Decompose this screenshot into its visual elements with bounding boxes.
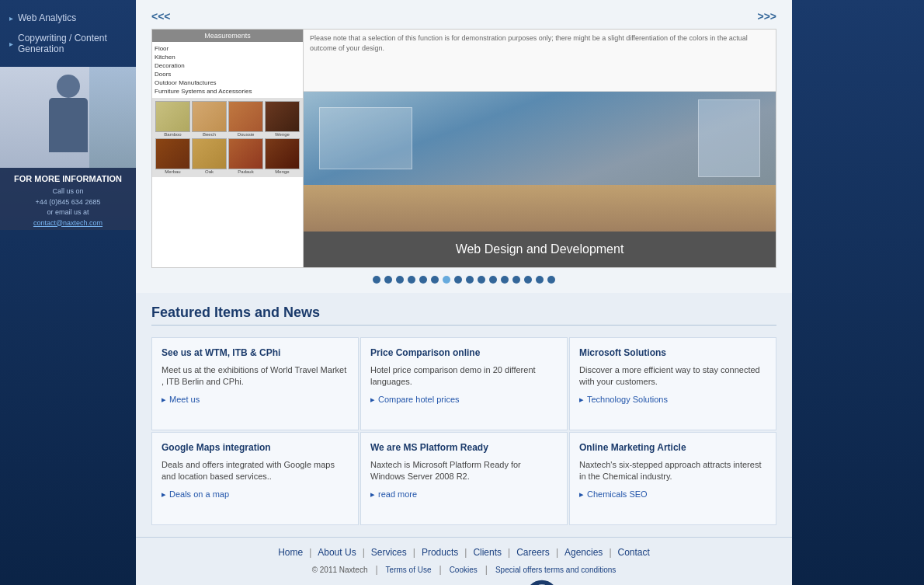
deals-on-map-link[interactable]: Deals on a map: [162, 489, 349, 500]
floor-sample-bamboo[interactable]: Bamboo: [155, 101, 190, 137]
carousel-dot-2[interactable]: [396, 276, 404, 284]
carousel-dot-15[interactable]: [547, 276, 555, 284]
carousel-prev-button[interactable]: <<<: [151, 10, 171, 23]
card-heading: See us at WTM, ITB & CPhi: [162, 347, 349, 358]
carousel-dot-9[interactable]: [478, 276, 485, 284]
carousel-dots: [136, 268, 792, 293]
footer-home-link[interactable]: Home: [272, 547, 309, 558]
revain-branding: Revain: [136, 575, 792, 585]
carousel-dot-11[interactable]: [501, 276, 509, 284]
carousel-dot-10[interactable]: [489, 276, 497, 284]
footer-services-link[interactable]: Services: [365, 547, 413, 558]
list-item: Floor: [155, 44, 300, 53]
footer-agencies-link[interactable]: Agencies: [558, 547, 609, 558]
card-heading: Price Comparison online: [370, 347, 558, 358]
info-box-title: FOR MORE INFORMATION: [6, 174, 130, 183]
read-more-link[interactable]: read more: [370, 489, 558, 500]
footer-products-link[interactable]: Products: [415, 547, 464, 558]
carousel-dot-0[interactable]: [373, 276, 380, 284]
card-body: Deals and offers integrated with Google …: [162, 459, 349, 483]
footer-clients-link[interactable]: Clients: [467, 547, 508, 558]
footer-careers-link[interactable]: Careers: [510, 547, 556, 558]
carousel-nav: <<< >>>: [136, 4, 792, 29]
carousel-next-button[interactable]: >>>: [757, 10, 776, 23]
card-body: Hotel price comparison demo in 20 differ…: [370, 364, 558, 388]
compare-hotel-prices-link[interactable]: Compare hotel prices: [370, 395, 558, 405]
sidebar-info-image: FOR MORE INFORMATION Call us on +44 (0)8…: [0, 67, 136, 230]
floor-sample-doussie[interactable]: Doussie: [228, 101, 263, 137]
carousel-dot-7[interactable]: [454, 276, 462, 284]
floor-sample-wenge[interactable]: Wenge: [265, 101, 300, 137]
right-panel: [792, 0, 924, 585]
carousel-dot-14[interactable]: [536, 276, 544, 284]
card-heading: Google Maps integration: [162, 442, 349, 453]
featured-card-ms-platform: We are MS Platform Ready Naxtech is Micr…: [360, 432, 568, 525]
featured-section: Featured Items and News See us at WTM, I…: [136, 293, 792, 537]
room-interior-image: Web Design and Development: [304, 92, 776, 267]
floor-sample-oak[interactable]: Oak: [192, 138, 227, 174]
info-box-call-label: Call us on: [6, 186, 130, 197]
carousel-dot-12[interactable]: [512, 276, 520, 284]
featured-card-marketing: Online Marketing Article Naxtech's six-s…: [569, 432, 776, 525]
floor-sample-menge[interactable]: Menge: [265, 138, 300, 174]
featured-card-price: Price Comparison online Hotel price comp…: [360, 337, 568, 430]
info-box-email-link[interactable]: contact@naxtech.com: [33, 219, 102, 227]
list-item: Doors: [155, 70, 300, 78]
sidebar-item-copywriting[interactable]: Copywriting / Content Generation: [0, 28, 136, 59]
carousel-dot-13[interactable]: [524, 276, 532, 284]
carousel-slide-title: Web Design and Development: [304, 232, 776, 267]
featured-title: Featured Items and News: [151, 305, 776, 326]
featured-card-microsoft: Microsoft Solutions Discover a more effi…: [569, 337, 776, 430]
svg-point-0: [528, 583, 557, 585]
revain-icon: [524, 579, 567, 585]
samples-list: Floor Kitchen Decoration Doors Outdoor M…: [152, 42, 303, 98]
carousel-dot-3[interactable]: [408, 276, 415, 284]
sidebar-menu: Web Analytics Copywriting / Content Gene…: [0, 8, 136, 59]
carousel-section: <<< >>> Measurements Floor Kitchen Decor…: [136, 0, 792, 293]
technology-solutions-link[interactable]: Technology Solutions: [579, 395, 766, 405]
card-heading: We are MS Platform Ready: [370, 442, 558, 453]
card-body: Naxtech is Microsoft Platform Ready for …: [370, 459, 558, 483]
chemicals-seo-link[interactable]: Chemicals SEO: [579, 489, 766, 500]
footer: Home | About Us | Services | Products | …: [136, 537, 792, 585]
list-item: Decoration: [155, 61, 300, 70]
meet-us-link[interactable]: Meet us: [162, 395, 349, 405]
copyright: © 2011 Naxtech: [312, 566, 368, 574]
featured-card-google-maps: Google Maps integration Deals and offers…: [151, 432, 359, 525]
cookies-link[interactable]: Cookies: [450, 566, 478, 574]
card-body: Naxtech's six-stepped approach attracts …: [579, 459, 766, 483]
carousel-dot-5[interactable]: [431, 276, 439, 284]
list-item: Kitchen: [155, 53, 300, 61]
special-offers-link[interactable]: Special offers terms and conditions: [495, 566, 616, 574]
card-body: Discover a more efficient way to stay co…: [579, 364, 766, 388]
carousel-dot-6[interactable]: [443, 276, 450, 284]
left-sidebar: Web Analytics Copywriting / Content Gene…: [0, 0, 136, 585]
carousel-dot-8[interactable]: [466, 276, 474, 284]
card-heading: Microsoft Solutions: [579, 347, 766, 358]
info-box-phone: +44 (0)845 634 2685: [6, 197, 130, 208]
sidebar-item-web-analytics[interactable]: Web Analytics: [0, 8, 136, 28]
list-item: Outdoor Manufactures: [155, 78, 300, 87]
carousel-dot-1[interactable]: [384, 276, 392, 284]
card-heading: Online Marketing Article: [579, 442, 766, 453]
footer-nav: Home | About Us | Services | Products | …: [136, 547, 792, 558]
terms-link[interactable]: Terms of Use: [386, 566, 432, 574]
footer-bottom: © 2011 Naxtech | Terms of Use | Cookies …: [136, 564, 792, 575]
floor-sample-padauk[interactable]: Padauk: [228, 138, 263, 174]
list-item: Furniture Systems and Accessories: [155, 87, 300, 96]
floor-sample-beech[interactable]: Beech: [192, 101, 227, 137]
featured-card-wtm: See us at WTM, ITB & CPhi Meet us at the…: [151, 337, 359, 430]
main-content: <<< >>> Measurements Floor Kitchen Decor…: [136, 0, 792, 585]
footer-about-link[interactable]: About Us: [311, 547, 362, 558]
card-body: Meet us at the exhibitions of World Trav…: [162, 364, 349, 388]
info-box-email-label: or email us at: [6, 207, 130, 218]
floor-sample-merbau[interactable]: Merbau: [155, 138, 190, 174]
carousel-dot-4[interactable]: [419, 276, 427, 284]
featured-grid: See us at WTM, ITB & CPhi Meet us at the…: [151, 337, 776, 525]
footer-contact-link[interactable]: Contact: [612, 547, 656, 558]
samples-header: Measurements: [152, 30, 303, 42]
